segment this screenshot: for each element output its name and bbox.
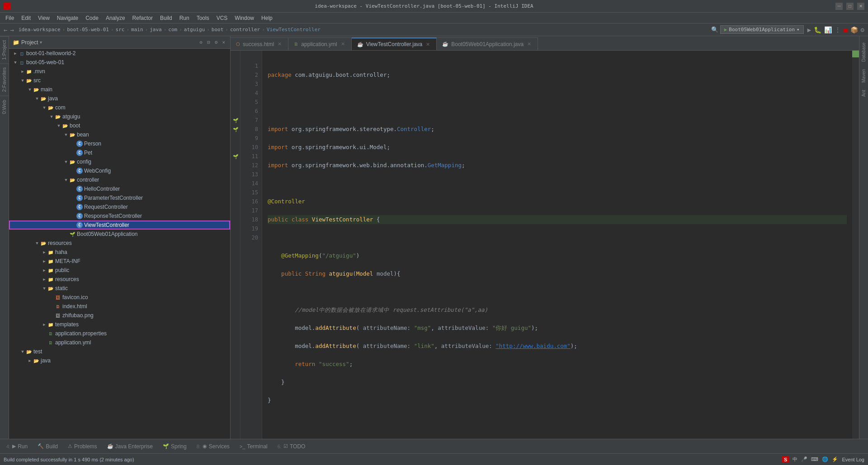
breadcrumb-controller[interactable]: controller <box>230 27 260 33</box>
microphone-indicator[interactable]: 🎤 <box>801 456 807 462</box>
tab-view-controller[interactable]: ☕ ViewTestController.java ✕ <box>352 38 437 50</box>
run-tool-tab[interactable]: 4: ▶ Run <box>2 442 32 451</box>
minimize-button[interactable]: ─ <box>835 3 843 10</box>
ant-tool-tab[interactable]: Ant <box>860 87 867 99</box>
menu-vcs[interactable]: VCS <box>213 14 231 22</box>
tree-item-static[interactable]: ▼ 📂 static <box>9 284 230 293</box>
close-panel-icon[interactable]: ✕ <box>221 39 226 46</box>
back-icon[interactable]: ← <box>4 26 7 33</box>
tree-item-app-props[interactable]: ▶ 🗎 application.properties <box>9 329 230 338</box>
tree-item-response-controller[interactable]: ▶ C ResponseTestController <box>9 211 230 221</box>
run-configuration-selector[interactable]: ▶ Boot05Web01Application ▾ <box>720 25 804 34</box>
tree-item-webconfig[interactable]: ▶ C WebConfig <box>9 166 230 175</box>
build-tool-tab[interactable]: 🔨 Build <box>33 442 62 451</box>
tree-item-java[interactable]: ▼ 📂 java <box>9 94 230 103</box>
tree-item-test-java[interactable]: ▶ 📂 java <box>9 356 230 365</box>
window-controls[interactable]: ─ □ ✕ <box>835 3 864 10</box>
tree-item-boot01[interactable]: ▶ ◫ boot-01-helloworld-2 <box>9 49 230 58</box>
tree-item-config[interactable]: ▼ 📂 config <box>9 157 230 166</box>
tree-item-request-controller[interactable]: ▶ C RequestController <box>9 202 230 211</box>
tree-item-zhifubao[interactable]: ▶ 🖼 zhifubao.png <box>9 311 230 320</box>
tree-item-bean[interactable]: ▼ 📂 bean <box>9 130 230 139</box>
tree-item-index-html[interactable]: ▶ 🗎 index.html <box>9 302 230 311</box>
encoding-indicator[interactable]: 中 <box>793 456 797 463</box>
breadcrumb-src[interactable]: src <box>116 27 125 33</box>
tab-close-button[interactable]: ✕ <box>277 41 283 47</box>
breadcrumb-module[interactable]: boot-05-web-01 <box>67 27 109 33</box>
coverage-button[interactable]: 📊 <box>824 26 832 33</box>
web-tool-tab[interactable]: 0:Web <box>0 96 9 118</box>
stop-button[interactable]: ■ <box>844 26 847 33</box>
breadcrumb-boot[interactable]: boot <box>212 27 224 33</box>
tab-boot05-app[interactable]: ☕ Boot05Web01Application.java ✕ <box>437 38 538 50</box>
menu-help[interactable]: Help <box>258 14 276 22</box>
tab-close-button[interactable]: ✕ <box>526 41 532 47</box>
tree-item-favicon[interactable]: ▶ 🖼 favicon.ico <box>9 293 230 302</box>
problems-tool-tab[interactable]: ⚠ Problems <box>63 442 102 451</box>
power-indicator[interactable]: ⚡ <box>832 456 838 462</box>
app-menu[interactable] <box>4 3 13 10</box>
breadcrumb-workspace[interactable]: idea-workspace <box>19 27 61 33</box>
tree-item-view-controller[interactable]: ▶ C ViewTestController <box>9 221 230 230</box>
run-button[interactable]: ▶ <box>807 26 811 33</box>
collapse-all-icon[interactable]: ⊟ <box>206 39 212 46</box>
favorites-tool-tab[interactable]: 2:Favorites <box>0 63 9 95</box>
build-artifacts-button[interactable]: 📦 <box>850 26 858 33</box>
search-everywhere-icon[interactable]: 🔍 <box>711 26 718 33</box>
menu-analyze[interactable]: Analyze <box>102 14 129 22</box>
menu-edit[interactable]: Edit <box>18 14 34 22</box>
sdk-indicator[interactable]: S <box>782 456 789 463</box>
tree-item-public[interactable]: ▶ 📁 public <box>9 266 230 275</box>
services-tool-tab[interactable]: 8: ◉ Services <box>192 442 234 451</box>
terminal-tool-tab[interactable]: >_ Terminal <box>235 442 272 451</box>
tree-item-hello-controller[interactable]: ▶ C HelloController <box>9 184 230 193</box>
panel-settings-icon[interactable]: ⚙ <box>213 39 219 46</box>
java-enterprise-tab[interactable]: ☕ Java Enterprise <box>103 442 157 451</box>
locate-file-icon[interactable]: ⊙ <box>198 39 204 46</box>
breadcrumb-java[interactable]: java <box>150 27 162 33</box>
debug-button[interactable]: 🐛 <box>814 26 821 33</box>
tree-item-mvn[interactable]: ▶ 📁 .mvn <box>9 67 230 76</box>
more-run-button[interactable]: ⋮ <box>835 26 841 33</box>
tree-item-templates[interactable]: ▶ 📁 templates <box>9 320 230 329</box>
tab-close-button[interactable]: ✕ <box>425 42 431 47</box>
tree-item-boot[interactable]: ▼ 📂 boot <box>9 121 230 130</box>
menu-navigate[interactable]: Navigate <box>53 14 82 22</box>
code-content[interactable]: package com.atguigu.boot.controller; imp… <box>262 51 852 439</box>
menu-code[interactable]: Code <box>82 14 102 22</box>
keyboard-indicator[interactable]: ⌨ <box>811 456 818 462</box>
tree-item-haha[interactable]: ▶ 📁 haha <box>9 248 230 257</box>
tree-item-src[interactable]: ▼ 📂 src <box>9 76 230 85</box>
menu-build[interactable]: Build <box>156 14 176 22</box>
project-tool-tab[interactable]: 1:Project <box>0 36 9 63</box>
menu-window[interactable]: Window <box>231 14 258 22</box>
tab-app-yml[interactable]: 🗎 application.yml ✕ <box>288 38 351 50</box>
todo-tool-tab[interactable]: 6: ☑ TODO <box>273 442 310 451</box>
tab-close-button[interactable]: ✕ <box>340 41 346 47</box>
tree-item-atguigu[interactable]: ▼ 📂 atguigu <box>9 112 230 121</box>
breadcrumb-com[interactable]: com <box>168 27 177 33</box>
tree-item-controller[interactable]: ▼ 📂 controller <box>9 175 230 184</box>
tab-success-html[interactable]: ⬡ success.html ✕ <box>231 38 288 50</box>
tree-item-meta-inf[interactable]: ▶ 📁 META-INF <box>9 257 230 266</box>
maven-tool-tab[interactable]: Maven <box>860 66 867 85</box>
tree-item-main[interactable]: ▼ 📂 main <box>9 85 230 94</box>
close-button[interactable]: ✕ <box>857 3 864 10</box>
tree-item-app-yml[interactable]: ▶ 🗎 application.yml <box>9 338 230 347</box>
forward-icon[interactable]: → <box>10 26 14 33</box>
spring-tool-tab[interactable]: 🌱 Spring <box>158 442 191 451</box>
menu-view[interactable]: View <box>34 14 53 22</box>
tree-item-person[interactable]: ▶ C Person <box>9 139 230 148</box>
menu-file[interactable]: File <box>2 14 18 22</box>
event-log-button[interactable]: Event Log <box>842 457 864 462</box>
global-indicator[interactable]: 🌐 <box>822 456 828 462</box>
tree-item-boot05[interactable]: ▼ ◫ boot-05-web-01 <box>9 58 230 67</box>
file-tree[interactable]: ▶ ◫ boot-01-helloworld-2 ▼ ◫ boot-05-web… <box>9 49 230 439</box>
menu-tools[interactable]: Tools <box>193 14 213 22</box>
menu-run[interactable]: Run <box>176 14 193 22</box>
project-dropdown-icon[interactable]: ▾ <box>40 40 42 45</box>
settings-button[interactable]: ⚙ <box>861 26 864 33</box>
tree-item-resources[interactable]: ▼ 📂 resources <box>9 239 230 248</box>
tree-item-test[interactable]: ▼ 📂 test <box>9 347 230 356</box>
tree-item-boot05-app[interactable]: ▶ 🌱 Boot05Web01Application <box>9 230 230 239</box>
